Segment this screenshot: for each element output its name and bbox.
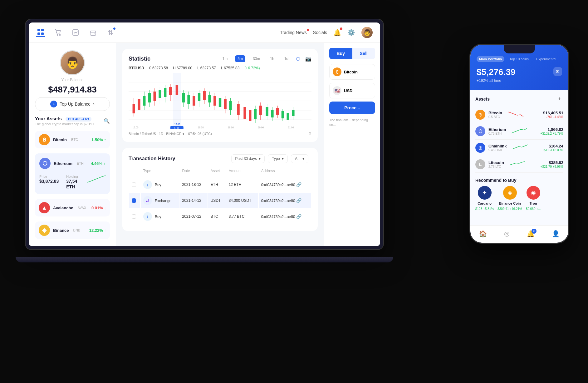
svg-text:16:00: 16:00 — [133, 126, 139, 129]
list-item: ₿ Bitcoin 0.5 BTC $16,405.51 -761 -4.43% — [475, 107, 563, 123]
trading-news-link[interactable]: Trading News — [280, 30, 307, 35]
plus-icon: + — [50, 101, 57, 107]
svg-rect-38 — [187, 95, 190, 104]
nav-dashboard-icon[interactable] — [36, 28, 45, 37]
table-row: ↓ Buy 2021-18-12 ETH 12 ETH 0xd034739c2.… — [129, 177, 311, 192]
list-item[interactable]: ◈ Binance BNB 12.22% ↑ — [35, 221, 110, 239]
svg-rect-54 — [229, 101, 232, 110]
nav-chart-icon[interactable] — [71, 28, 80, 37]
tab-main-portfolio[interactable]: Main Portfolio — [477, 56, 504, 62]
svg-text:17.00: 17.00 — [174, 122, 180, 126]
proceed-button[interactable]: Proce... — [329, 102, 375, 114]
center-panel: Statistic 1m 5m 30m 1h 1d ⬡ 📷 — [116, 43, 324, 246]
list-item: Ł Litecoin 2.76 LTC $385.82 +$21.79 +5.9… — [475, 156, 563, 173]
txn-card: Transaction History Past 30 days ▾ Type … — [122, 148, 318, 231]
tab-top-10[interactable]: Top 10 coins — [507, 56, 531, 62]
svg-rect-14 — [133, 104, 135, 113]
phone-notch — [504, 45, 535, 53]
eth-icon: ⬡ — [39, 158, 51, 169]
trade-panel: Buy Sell ₿ Bitcoin 🇺🇸 USD — [324, 43, 380, 246]
selected-currency: USD — [344, 88, 352, 93]
phone-recommend-items: ✦ Cardano $123 +5.81% ◈ Binance Coin $30… — [475, 186, 563, 211]
chart-settings-icon[interactable]: ⚙ — [308, 132, 311, 136]
svg-rect-1 — [41, 29, 44, 31]
phone-link-icon: ◎ — [475, 143, 485, 153]
balance-label: Your Balance — [61, 78, 84, 82]
usd-icon: 🇺🇸 — [333, 86, 341, 95]
tab-experimental[interactable]: Experimental — [534, 56, 559, 62]
buy-icon: ↓ — [143, 212, 152, 221]
phone-add-asset-button[interactable]: + — [556, 95, 563, 103]
tron-icon: ◉ — [527, 186, 540, 200]
list-item: ⬡ Etherium 0.75 ETH 1,866.82 +$102.2 +5.… — [475, 123, 563, 140]
svg-rect-56 — [237, 104, 239, 115]
app-container: Trading News Socials 🔔 ⚙️ 👨 — [29, 22, 380, 246]
coin-selector[interactable]: ₿ Bitcoin — [329, 64, 375, 80]
profile-avatar: 👨 — [60, 50, 85, 75]
list-item: ◈ Binance Coin $309.41 +16.21% — [497, 186, 522, 211]
buy-button[interactable]: Buy — [329, 48, 352, 59]
left-panel: 👨 Your Balance $487,914.83 + Top Up Bala… — [29, 43, 116, 246]
phone-nav-home[interactable]: 🏠 — [479, 230, 487, 237]
list-item[interactable]: ▲ Avalanche AVAX 0.01% ↓ — [35, 199, 110, 216]
svg-rect-50 — [219, 98, 221, 107]
svg-rect-68 — [271, 110, 273, 117]
txn-checkbox[interactable] — [132, 214, 136, 219]
phone-message-icon[interactable]: ✉ — [553, 67, 562, 76]
svg-text:21:00: 21:00 — [288, 126, 294, 129]
list-item[interactable]: ⬡ Ethereum ETH 4.46% ↑ Price $3,872.83 — [35, 153, 110, 194]
time-1d[interactable]: 1d — [282, 55, 291, 62]
txn-checkbox[interactable] — [132, 198, 136, 203]
search-icon[interactable]: 🔍 — [104, 118, 110, 124]
phone-nav-profile[interactable]: 👤 — [552, 230, 560, 237]
currency-selector[interactable]: 🇺🇸 USD — [329, 83, 375, 98]
user-avatar[interactable]: 👨 — [361, 27, 373, 38]
svg-text:20:00: 20:00 — [258, 126, 264, 129]
assets-subtitle: The global crypto market cap is $2.19T — [35, 122, 94, 126]
svg-text:18:00: 18:00 — [198, 126, 204, 129]
txn-period-filter[interactable]: Past 30 days ▾ — [231, 154, 265, 163]
phone-nav-explore[interactable]: ◎ — [504, 230, 509, 237]
time-30m[interactable]: 30m — [250, 55, 262, 62]
binance-coin-icon: ◈ — [503, 186, 517, 200]
chart-camera-icon[interactable]: 📷 — [305, 56, 311, 62]
txn-checkbox[interactable] — [132, 182, 136, 187]
sell-button[interactable]: Sell — [352, 48, 375, 59]
cardano-icon: ✦ — [478, 186, 492, 200]
svg-rect-18 — [143, 96, 145, 106]
svg-text:19:00: 19:00 — [228, 126, 234, 129]
phone-nav-notification[interactable]: 🔔 2 — [527, 230, 535, 237]
nav-wallet-icon[interactable] — [89, 28, 97, 37]
chart-external-icon[interactable]: ⬡ — [296, 56, 300, 62]
notification-bell[interactable]: 🔔 — [333, 29, 341, 36]
laptop: Trading News Socials 🔔 ⚙️ 👨 — [25, 19, 384, 262]
time-1h[interactable]: 1h — [267, 55, 277, 62]
top-up-button[interactable]: + Top Up Balance › — [35, 97, 110, 111]
time-1m[interactable]: 1m — [220, 55, 230, 62]
txn-more-filter[interactable]: A... ▾ — [291, 154, 308, 163]
phone-tabs: Main Portfolio Top 10 coins Experimental — [477, 56, 562, 62]
phone: Main Portfolio Top 10 coins Experimental… — [469, 44, 569, 244]
svg-rect-26 — [164, 88, 166, 97]
nav-cart-icon[interactable] — [54, 28, 62, 37]
time-5m[interactable]: 5m — [235, 55, 245, 62]
col-asset: Asset — [208, 169, 226, 176]
nav-transfer-icon[interactable] — [106, 28, 115, 37]
socials-link[interactable]: Socials — [313, 30, 327, 35]
list-item: ✦ Cardano $123 +5.81% — [475, 186, 494, 211]
list-item[interactable]: ₿ Bitcoin BTC 1.50% ↑ — [35, 131, 110, 148]
settings-icon[interactable]: ⚙️ — [347, 29, 355, 36]
txn-type-filter[interactable]: Type ▾ — [268, 154, 288, 163]
svg-rect-2 — [37, 32, 40, 35]
svg-rect-36 — [182, 93, 185, 102]
chart-footer: Bitcoin / TetherUS · 1D · BINANCE ● 07:5… — [129, 132, 311, 136]
txn-table: Type Date Asset Amount Address — [129, 168, 311, 225]
bnb-icon: ◈ — [39, 225, 50, 236]
svg-rect-48 — [213, 96, 216, 106]
phone-ltc-icon: Ł — [475, 159, 485, 169]
svg-rect-66 — [266, 107, 268, 116]
btc-icon: ₿ — [333, 67, 341, 76]
svg-rect-20 — [148, 93, 151, 102]
svg-rect-3 — [41, 32, 44, 35]
table-row: ↓ Buy 2021-07-12 BTC 3,77 BTC 0xd034739c… — [129, 209, 311, 224]
